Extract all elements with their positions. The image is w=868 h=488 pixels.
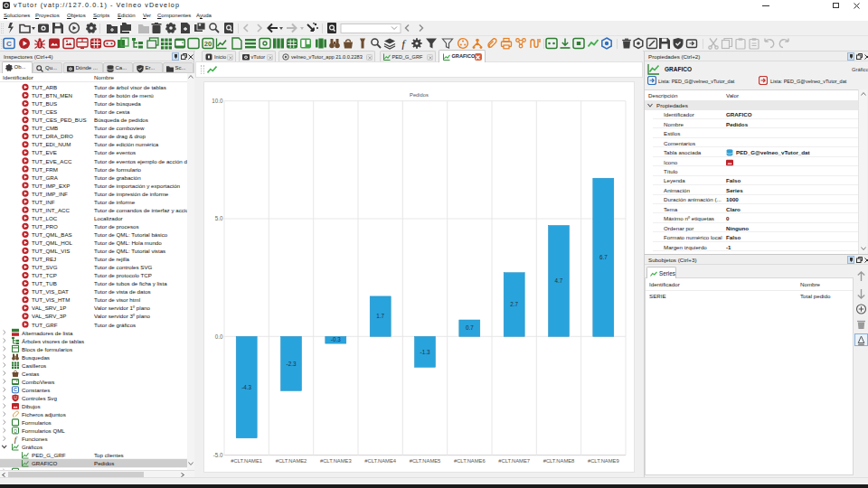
svg-text:ComboViews: ComboViews (22, 379, 54, 385)
svg-text:Tutor de búsqueda: Tutor de búsqueda (94, 100, 141, 107)
svg-text:-5.0: -5.0 (213, 452, 223, 458)
svg-text:Tutor de tubos de ficha y list: Tutor de tubos de ficha y lista (94, 280, 167, 286)
svg-text:Valor servidor 1º plano: Valor servidor 1º plano (94, 305, 151, 311)
svg-text:Tutor de procesos: Tutor de procesos (94, 223, 139, 230)
svg-text:C: C (6, 40, 12, 48)
svg-text:f: f (401, 37, 407, 51)
svg-text:TUT_GRF: TUT_GRF (32, 322, 58, 328)
svg-text:#CLT.NAME6: #CLT.NAME6 (454, 458, 486, 464)
svg-text:#CLT.NAME7: #CLT.NAME7 (498, 458, 530, 464)
svg-text:TUT_IMP_EXP: TUT_IMP_EXP (32, 183, 70, 189)
svg-text:Búsqueda de pedidos: Búsqueda de pedidos (94, 117, 148, 123)
svg-text:5.0: 5.0 (215, 215, 223, 221)
svg-text:Tutor de comboview: Tutor de comboview (94, 125, 145, 131)
svg-text:TUT_DRA_DRO: TUT_DRA_DRO (32, 133, 73, 139)
svg-text:-4.3: -4.3 (241, 384, 251, 390)
svg-text:Tutor de informe: Tutor de informe (94, 199, 136, 205)
svg-text:TUT_INT_ACC: TUT_INT_ACC (32, 207, 70, 213)
svg-text:Tutor de eventos: Tutor de eventos (94, 149, 136, 155)
svg-text:0.7: 0.7 (466, 324, 474, 331)
svg-text:PED_G_GRF: PED_G_GRF (32, 452, 66, 458)
svg-text:Tutor de QML: Tutorial básico: Tutor de QML: Tutorial básico (94, 231, 168, 238)
svg-text:Tutor de eventos ejemplo de ac: Tutor de eventos ejemplo de acción dis (94, 158, 187, 164)
svg-text:-1.3: -1.3 (420, 349, 430, 355)
svg-text:Top clientes: Top clientes (94, 452, 124, 458)
svg-text:TUT_QML_BAS: TUT_QML_BAS (32, 231, 72, 238)
svg-text:TUT_QML_VIS: TUT_QML_VIS (32, 248, 70, 254)
svg-text:Constantes: Constantes (22, 387, 50, 393)
svg-text:10.0: 10.0 (212, 98, 223, 104)
svg-text:VAL_SRV_1P: VAL_SRV_1P (32, 305, 66, 311)
svg-text:Formularios QML: Formularios QML (22, 427, 65, 434)
svg-text:#CLT.NAME4: #CLT.NAME4 (364, 458, 396, 464)
svg-text:TUT_INF: TUT_INF (32, 199, 55, 205)
svg-text:Tutor de QML: Tutorial vistas: Tutor de QML: Tutorial vistas (94, 248, 165, 254)
svg-text:Localizador: Localizador (94, 215, 123, 221)
svg-text:TUT_SVG: TUT_SVG (32, 264, 58, 270)
svg-text:Controles Svg: Controles Svg (22, 395, 57, 401)
svg-text:TUT_BTN_MEN: TUT_BTN_MEN (32, 92, 72, 99)
svg-text:TUT_GRA: TUT_GRA (32, 174, 59, 181)
svg-text:#CLT.NAME2: #CLT.NAME2 (276, 458, 307, 464)
svg-text:TUT_FRM: TUT_FRM (32, 166, 58, 173)
svg-text:Tutor de comandos de interfaz: Tutor de comandos de interfaz y accion (94, 207, 187, 213)
svg-text:1.7: 1.7 (376, 313, 384, 319)
svg-text:C: C (14, 388, 17, 393)
svg-text:TUT_TUB: TUT_TUB (32, 280, 57, 286)
svg-text:Tutor de impresión de informe: Tutor de impresión de informe (94, 191, 169, 197)
svg-text:Formularios: Formularios (22, 419, 52, 426)
svg-text:Tutor de botón de menú: Tutor de botón de menú (94, 92, 154, 99)
svg-text:0.0: 0.0 (215, 333, 223, 340)
svg-text:TUT_BUS: TUT_BUS (32, 100, 57, 107)
svg-text:Q: Q (14, 428, 17, 434)
svg-text:#CLT.NAME5: #CLT.NAME5 (410, 458, 441, 464)
svg-text:Tutor de cesta: Tutor de cesta (94, 108, 130, 115)
svg-text:TUT_CMB: TUT_CMB (32, 125, 58, 131)
svg-text:Tutor de grabación: Tutor de grabación (94, 174, 141, 181)
svg-text:6.7: 6.7 (599, 254, 608, 260)
svg-text:4.7: 4.7 (555, 277, 563, 284)
svg-text:Valor servidor 3º plano: Valor servidor 3º plano (94, 313, 151, 319)
svg-text:TUT_EDI_NUM: TUT_EDI_NUM (32, 141, 71, 147)
svg-text:Dibujos: Dibujos (22, 403, 41, 409)
svg-text:U: U (14, 395, 17, 400)
svg-text:Alternadores de lista: Alternadores de lista (22, 330, 73, 336)
svg-text:TUT_ARB: TUT_ARB (32, 84, 57, 90)
svg-text:GRAFICO: GRAFICO (32, 460, 57, 466)
svg-text:20: 20 (204, 40, 212, 48)
svg-text:Casilleros: Casilleros (22, 362, 46, 369)
svg-text:Árboles visores de tablas: Árboles visores de tablas (22, 338, 84, 344)
svg-text:-0.3: -0.3 (331, 336, 341, 343)
svg-text:#CLT.NAME3: #CLT.NAME3 (320, 458, 352, 464)
svg-text:Tutor de formulario: Tutor de formulario (94, 166, 142, 173)
svg-text:TUT_EVE_ACC: TUT_EVE_ACC (32, 158, 72, 164)
svg-text:TUT_QML_HOL: TUT_QML_HOL (32, 239, 73, 246)
svg-text:#CLT.NAME8: #CLT.NAME8 (543, 458, 575, 464)
svg-text:Tutor de protocolo TCP: Tutor de protocolo TCP (94, 272, 152, 278)
svg-text:Tutor de edición numérica: Tutor de edición numérica (94, 141, 159, 147)
svg-text:TUT_VIS_HTM: TUT_VIS_HTM (32, 296, 70, 303)
svg-text:Tutor de QML: Hola mundo: Tutor de QML: Hola mundo (94, 239, 162, 246)
svg-text:TUT_CES_PED_BUS: TUT_CES_PED_BUS (32, 117, 87, 123)
svg-text:2.7: 2.7 (510, 301, 518, 307)
svg-text:TUT_PRO: TUT_PRO (32, 223, 58, 230)
svg-text:Pedidos: Pedidos (94, 460, 114, 466)
svg-text:f: f (14, 435, 18, 444)
svg-text:TUT_LOC: TUT_LOC (32, 215, 58, 221)
svg-text:TUT_CES: TUT_CES (32, 108, 57, 115)
svg-text:VAL_SRV_3P: VAL_SRV_3P (32, 313, 66, 319)
svg-text:Tutor de gráficos: Tutor de gráficos (94, 322, 136, 328)
svg-text:Tutor de drag & drop: Tutor de drag & drop (94, 133, 146, 139)
svg-text:Tutor de importación y exporta: Tutor de importación y exportación (94, 183, 181, 189)
svg-text:Pedidos: Pedidos (410, 92, 429, 98)
svg-text:Gráficos: Gráficos (22, 444, 42, 450)
svg-text:Tutor de vista de datos: Tutor de vista de datos (94, 288, 151, 295)
svg-text:Busquedas: Busquedas (22, 354, 50, 361)
svg-text:Ficheros adjuntos: Ficheros adjuntos (22, 411, 66, 418)
svg-text:Tutor de rejilla: Tutor de rejilla (94, 256, 130, 262)
svg-text:TUT_IMP_INF: TUT_IMP_INF (32, 191, 68, 197)
svg-text:Cestas: Cestas (22, 371, 39, 377)
svg-text:Funciones: Funciones (22, 436, 48, 442)
svg-text:TUT_VIS_DAT: TUT_VIS_DAT (32, 288, 69, 295)
svg-text:Tutor de visor html: Tutor de visor html (94, 296, 140, 303)
